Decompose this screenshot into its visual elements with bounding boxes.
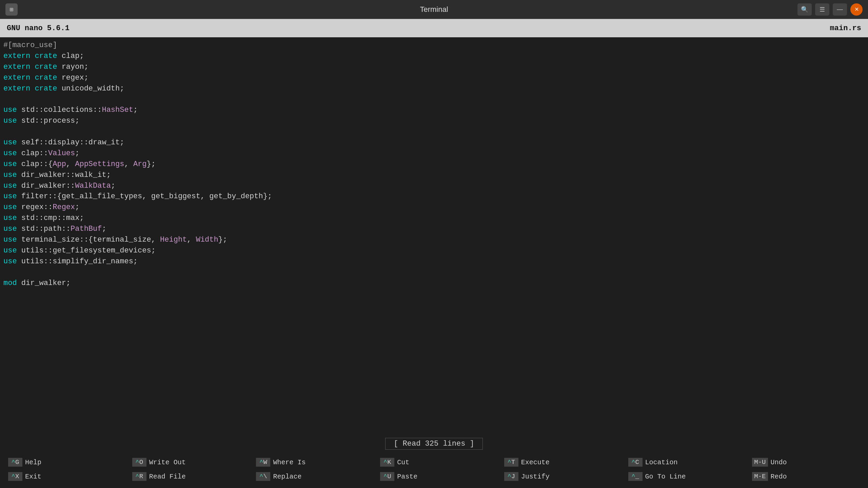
titlebar-controls: 🔍 ☰ — ✕ bbox=[797, 3, 863, 16]
titlebar-left: ⊞ bbox=[5, 3, 18, 16]
shortcut-label: Undo bbox=[771, 459, 787, 466]
shortcut-item[interactable]: ^WWhere Is bbox=[251, 456, 369, 469]
shortcut-key: ^U bbox=[380, 472, 394, 481]
shortcut-item[interactable]: ^RRead File bbox=[127, 470, 245, 483]
shortcut-label: Replace bbox=[273, 473, 301, 481]
shortcut-key: M-E bbox=[752, 472, 768, 481]
code-line: extern crate rayon; bbox=[3, 62, 865, 73]
shortcut-col-4: ^TExecute^JJustify bbox=[496, 451, 620, 488]
search-button[interactable]: 🔍 bbox=[797, 3, 812, 16]
shortcut-label: Cut bbox=[397, 459, 409, 466]
shortcut-key: ^\ bbox=[256, 472, 270, 481]
shortcut-item[interactable]: M-UUndo bbox=[747, 456, 865, 469]
shortcut-key: M-U bbox=[752, 458, 768, 467]
shortcut-col-3: ^KCut^UPaste bbox=[372, 451, 496, 488]
code-line: #[macro_use] bbox=[3, 40, 865, 51]
shortcut-item[interactable]: M-ERedo bbox=[747, 470, 865, 483]
code-line: use filter::{get_all_file_types, get_big… bbox=[3, 191, 865, 202]
code-line: use std::path::PathBuf; bbox=[3, 224, 865, 235]
shortcut-item[interactable]: ^CLocation bbox=[624, 456, 741, 469]
shortcut-item[interactable]: ^\Replace bbox=[251, 470, 369, 483]
minimize-button[interactable]: — bbox=[833, 3, 847, 16]
code-line: use std::process; bbox=[3, 116, 865, 126]
code-line: extern crate unicode_width; bbox=[3, 83, 865, 94]
shortcut-label: Help bbox=[25, 459, 41, 466]
titlebar-title: Terminal bbox=[420, 5, 448, 14]
shortcut-item[interactable]: ^JJustify bbox=[499, 470, 617, 483]
code-line bbox=[3, 267, 865, 278]
code-line: use dir_walker::WalkData; bbox=[3, 181, 865, 191]
shortcut-item[interactable]: ^GHelp bbox=[3, 456, 121, 469]
shortcut-col-6: M-UUndoM-ERedo bbox=[744, 451, 868, 488]
code-line: use terminal_size::{terminal_size, Heigh… bbox=[3, 235, 865, 245]
shortcut-item[interactable]: ^_Go To Line bbox=[624, 470, 741, 483]
shortcut-label: Read File bbox=[149, 473, 186, 481]
shortcut-key: ^J bbox=[504, 472, 518, 481]
shortcut-item[interactable]: ^XExit bbox=[3, 470, 121, 483]
shortcut-key: ^W bbox=[256, 458, 270, 467]
shortcut-label: Paste bbox=[397, 473, 417, 481]
shortcut-item[interactable]: ^UPaste bbox=[375, 470, 493, 483]
titlebar: ⊞ Terminal 🔍 ☰ — ✕ bbox=[0, 0, 868, 19]
code-line: use std::collections::HashSet; bbox=[3, 105, 865, 116]
nano-version: GNU nano 5.6.1 bbox=[7, 24, 70, 33]
code-line bbox=[3, 126, 865, 137]
shortcut-item[interactable]: ^TExecute bbox=[499, 456, 617, 469]
shortcut-label: Write Out bbox=[149, 459, 186, 466]
shortcut-key: ^O bbox=[132, 458, 146, 467]
shortcut-label: Redo bbox=[771, 473, 787, 481]
editor[interactable]: #[macro_use]extern crate clap;extern cra… bbox=[0, 37, 868, 436]
shortcut-col-0: ^GHelp^XExit bbox=[0, 451, 124, 488]
code-line: use self::display::draw_it; bbox=[3, 137, 865, 148]
shortcut-col-2: ^WWhere Is^\Replace bbox=[248, 451, 372, 488]
shortcut-label: Go To Line bbox=[645, 473, 686, 481]
shortcut-item[interactable]: ^OWrite Out bbox=[127, 456, 245, 469]
shortcut-key: ^_ bbox=[628, 472, 643, 481]
shortcut-label: Location bbox=[645, 459, 678, 466]
nano-header: GNU nano 5.6.1 main.rs bbox=[0, 19, 868, 37]
code-line: use utils::get_filesystem_devices; bbox=[3, 245, 865, 256]
menu-button[interactable]: ☰ bbox=[815, 3, 829, 16]
shortcut-col-5: ^CLocation^_Go To Line bbox=[620, 451, 744, 488]
code-line: use clap::{App, AppSettings, Arg}; bbox=[3, 159, 865, 170]
shortcut-label: Justify bbox=[521, 473, 550, 481]
status-message: [ Read 325 lines ] bbox=[385, 438, 483, 450]
code-line: use std::cmp::max; bbox=[3, 213, 865, 224]
code-line: mod dir_walker; bbox=[3, 278, 865, 289]
status-bar: [ Read 325 lines ] bbox=[0, 436, 868, 451]
shortcut-key: ^R bbox=[132, 472, 146, 481]
shortcut-col-1: ^OWrite Out^RRead File bbox=[124, 451, 248, 488]
code-line: use dir_walker::walk_it; bbox=[3, 170, 865, 181]
code-line: extern crate clap; bbox=[3, 51, 865, 62]
nano-filename: main.rs bbox=[830, 24, 861, 33]
code-line: use clap::Values; bbox=[3, 148, 865, 159]
code-line: use regex::Regex; bbox=[3, 202, 865, 213]
shortcut-key: ^C bbox=[628, 458, 643, 467]
shortcut-label: Execute bbox=[521, 459, 550, 466]
shortcut-key: ^K bbox=[380, 458, 394, 467]
shortcut-label: Where Is bbox=[273, 459, 305, 466]
shortcut-key: ^T bbox=[504, 458, 518, 467]
shortcut-key: ^G bbox=[8, 458, 22, 467]
shortcut-label: Exit bbox=[25, 473, 41, 481]
close-button[interactable]: ✕ bbox=[850, 3, 863, 16]
shortcut-item[interactable]: ^KCut bbox=[375, 456, 493, 469]
shortcut-bar: ^GHelp^XExit^OWrite Out^RRead File^WWher… bbox=[0, 451, 868, 488]
code-line: extern crate regex; bbox=[3, 73, 865, 83]
code-line: use utils::simplify_dir_names; bbox=[3, 256, 865, 267]
code-line bbox=[3, 94, 865, 105]
app-icon: ⊞ bbox=[5, 3, 18, 16]
shortcut-key: ^X bbox=[8, 472, 22, 481]
